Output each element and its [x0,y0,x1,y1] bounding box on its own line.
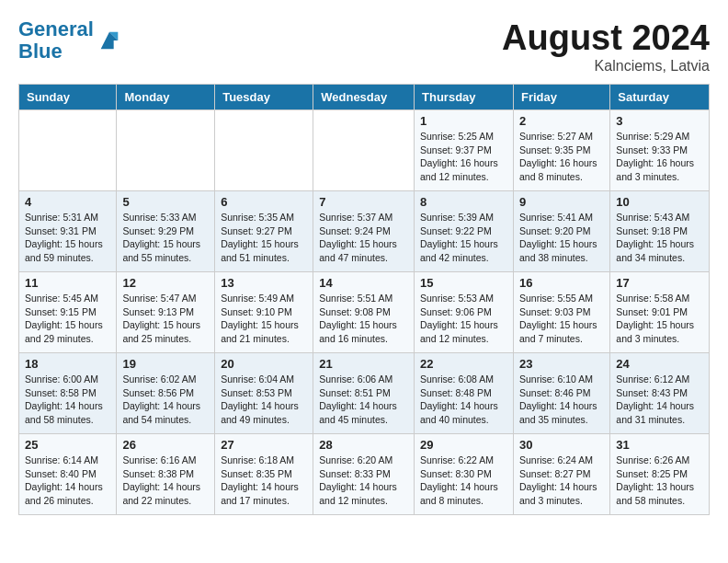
day-number: 6 [221,195,307,209]
calendar-cell [19,110,117,191]
weekday-header-sunday: Sunday [19,85,117,110]
day-info: Sunrise: 5:58 AM Sunset: 9:01 PM Dayligh… [616,292,703,346]
day-info: Sunrise: 5:31 AM Sunset: 9:31 PM Dayligh… [25,211,110,265]
day-number: 28 [319,438,408,452]
day-info: Sunrise: 6:26 AM Sunset: 8:25 PM Dayligh… [616,454,703,508]
day-number: 20 [221,357,307,371]
day-info: Sunrise: 5:27 AM Sunset: 9:35 PM Dayligh… [519,130,604,184]
day-number: 3 [616,114,703,128]
calendar-week-4: 18Sunrise: 6:00 AM Sunset: 8:58 PM Dayli… [19,353,710,434]
calendar-cell: 24Sunrise: 6:12 AM Sunset: 8:43 PM Dayli… [610,353,710,434]
calendar-cell: 27Sunrise: 6:18 AM Sunset: 8:35 PM Dayli… [215,434,313,515]
day-info: Sunrise: 6:06 AM Sunset: 8:51 PM Dayligh… [319,373,408,427]
day-info: Sunrise: 5:33 AM Sunset: 9:29 PM Dayligh… [122,211,209,265]
calendar-cell: 11Sunrise: 5:45 AM Sunset: 9:15 PM Dayli… [19,272,117,353]
day-info: Sunrise: 6:22 AM Sunset: 8:30 PM Dayligh… [420,454,507,508]
day-number: 5 [122,195,209,209]
calendar-cell: 15Sunrise: 5:53 AM Sunset: 9:06 PM Dayli… [415,272,514,353]
logo-line2: Blue [18,40,63,63]
calendar-cell: 26Sunrise: 6:16 AM Sunset: 8:38 PM Dayli… [117,434,215,515]
calendar-cell: 17Sunrise: 5:58 AM Sunset: 9:01 PM Dayli… [610,272,710,353]
calendar-cell: 10Sunrise: 5:43 AM Sunset: 9:18 PM Dayli… [610,191,710,272]
day-number: 26 [122,438,209,452]
weekday-header-saturday: Saturday [610,85,710,110]
calendar-cell: 12Sunrise: 5:47 AM Sunset: 9:13 PM Dayli… [117,272,215,353]
day-info: Sunrise: 5:51 AM Sunset: 9:08 PM Dayligh… [319,292,408,346]
day-info: Sunrise: 6:16 AM Sunset: 8:38 PM Dayligh… [122,454,209,508]
calendar-cell: 16Sunrise: 5:55 AM Sunset: 9:03 PM Dayli… [513,272,609,353]
day-number: 2 [519,114,604,128]
weekday-header-friday: Friday [513,85,609,110]
day-info: Sunrise: 6:04 AM Sunset: 8:53 PM Dayligh… [221,373,307,427]
logo-text: General Blue [18,18,94,63]
calendar-cell: 6Sunrise: 5:35 AM Sunset: 9:27 PM Daylig… [215,191,313,272]
day-number: 1 [420,114,507,128]
day-number: 7 [319,195,408,209]
day-number: 15 [420,276,507,290]
day-info: Sunrise: 5:49 AM Sunset: 9:10 PM Dayligh… [221,292,307,346]
calendar-cell: 19Sunrise: 6:02 AM Sunset: 8:56 PM Dayli… [117,353,215,434]
day-number: 29 [420,438,507,452]
calendar-cell: 18Sunrise: 6:00 AM Sunset: 8:58 PM Dayli… [19,353,117,434]
title-block: August 2024 Kalnciems, Latvia [502,18,710,75]
calendar-cell: 9Sunrise: 5:41 AM Sunset: 9:20 PM Daylig… [513,191,609,272]
day-number: 14 [319,276,408,290]
day-info: Sunrise: 6:14 AM Sunset: 8:40 PM Dayligh… [25,454,110,508]
calendar-week-2: 4Sunrise: 5:31 AM Sunset: 9:31 PM Daylig… [19,191,710,272]
weekday-header-thursday: Thursday [415,85,514,110]
calendar-cell: 5Sunrise: 5:33 AM Sunset: 9:29 PM Daylig… [117,191,215,272]
calendar-cell: 30Sunrise: 6:24 AM Sunset: 8:27 PM Dayli… [513,434,609,515]
calendar-week-1: 1Sunrise: 5:25 AM Sunset: 9:37 PM Daylig… [19,110,710,191]
day-number: 21 [319,357,408,371]
day-info: Sunrise: 6:08 AM Sunset: 8:48 PM Dayligh… [420,373,507,427]
calendar-cell: 31Sunrise: 6:26 AM Sunset: 8:25 PM Dayli… [610,434,710,515]
day-number: 24 [616,357,703,371]
day-info: Sunrise: 5:43 AM Sunset: 9:18 PM Dayligh… [616,211,703,265]
calendar-cell: 7Sunrise: 5:37 AM Sunset: 9:24 PM Daylig… [313,191,415,272]
day-info: Sunrise: 5:41 AM Sunset: 9:20 PM Dayligh… [519,211,604,265]
weekday-header-row: SundayMondayTuesdayWednesdayThursdayFrid… [19,85,710,110]
day-info: Sunrise: 5:25 AM Sunset: 9:37 PM Dayligh… [420,130,507,184]
calendar-cell: 20Sunrise: 6:04 AM Sunset: 8:53 PM Dayli… [215,353,313,434]
day-info: Sunrise: 5:53 AM Sunset: 9:06 PM Dayligh… [420,292,507,346]
day-info: Sunrise: 6:10 AM Sunset: 8:46 PM Dayligh… [519,373,604,427]
calendar-week-3: 11Sunrise: 5:45 AM Sunset: 9:15 PM Dayli… [19,272,710,353]
day-info: Sunrise: 6:12 AM Sunset: 8:43 PM Dayligh… [616,373,703,427]
day-number: 16 [519,276,604,290]
day-number: 17 [616,276,703,290]
day-number: 8 [420,195,507,209]
day-info: Sunrise: 6:24 AM Sunset: 8:27 PM Dayligh… [519,454,604,508]
calendar-cell: 3Sunrise: 5:29 AM Sunset: 9:33 PM Daylig… [610,110,710,191]
calendar-cell: 4Sunrise: 5:31 AM Sunset: 9:31 PM Daylig… [19,191,117,272]
day-info: Sunrise: 6:02 AM Sunset: 8:56 PM Dayligh… [122,373,209,427]
calendar-cell: 8Sunrise: 5:39 AM Sunset: 9:22 PM Daylig… [415,191,514,272]
weekday-header-monday: Monday [117,85,215,110]
location: Kalnciems, Latvia [502,58,710,75]
day-number: 11 [25,276,110,290]
calendar-cell: 29Sunrise: 6:22 AM Sunset: 8:30 PM Dayli… [415,434,514,515]
calendar-cell [215,110,313,191]
calendar-cell: 1Sunrise: 5:25 AM Sunset: 9:37 PM Daylig… [415,110,514,191]
day-info: Sunrise: 6:20 AM Sunset: 8:33 PM Dayligh… [319,454,408,508]
page-header: General Blue August 2024 Kalnciems, Latv… [18,18,710,75]
day-info: Sunrise: 5:45 AM Sunset: 9:15 PM Dayligh… [25,292,110,346]
logo-icon [97,28,122,53]
calendar-cell [117,110,215,191]
day-number: 18 [25,357,110,371]
calendar-week-5: 25Sunrise: 6:14 AM Sunset: 8:40 PM Dayli… [19,434,710,515]
day-number: 22 [420,357,507,371]
day-info: Sunrise: 5:37 AM Sunset: 9:24 PM Dayligh… [319,211,408,265]
day-number: 31 [616,438,703,452]
day-number: 19 [122,357,209,371]
day-info: Sunrise: 6:00 AM Sunset: 8:58 PM Dayligh… [25,373,110,427]
weekday-header-wednesday: Wednesday [313,85,415,110]
day-number: 4 [25,195,110,209]
calendar-cell: 13Sunrise: 5:49 AM Sunset: 9:10 PM Dayli… [215,272,313,353]
weekday-header-tuesday: Tuesday [215,85,313,110]
calendar-cell: 25Sunrise: 6:14 AM Sunset: 8:40 PM Dayli… [19,434,117,515]
day-info: Sunrise: 6:18 AM Sunset: 8:35 PM Dayligh… [221,454,307,508]
calendar-cell: 22Sunrise: 6:08 AM Sunset: 8:48 PM Dayli… [415,353,514,434]
logo: General Blue [18,18,122,63]
day-info: Sunrise: 5:29 AM Sunset: 9:33 PM Dayligh… [616,130,703,184]
day-number: 13 [221,276,307,290]
